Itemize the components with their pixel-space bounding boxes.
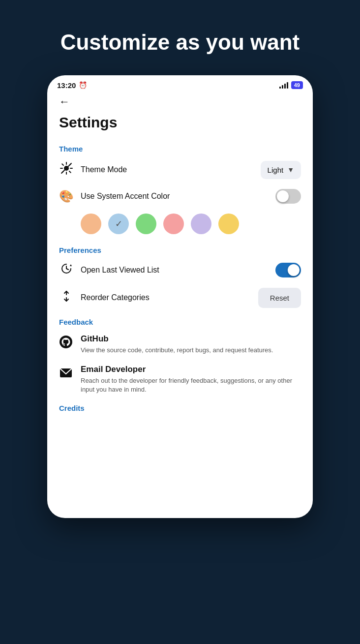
color-yellow[interactable] bbox=[218, 214, 239, 234]
system-accent-row: 🎨 Use System Accent Color bbox=[59, 189, 301, 204]
alarm-icon: ⏰ bbox=[79, 81, 87, 89]
reorder-categories-label: Reorder Categories bbox=[81, 293, 150, 302]
github-icon bbox=[59, 335, 73, 352]
theme-mode-dropdown[interactable]: Light ▼ bbox=[261, 161, 301, 179]
back-button[interactable]: ← bbox=[59, 95, 70, 108]
color-blue[interactable]: ✓ bbox=[108, 214, 129, 234]
color-circles: ✓ bbox=[59, 214, 301, 234]
system-accent-toggle[interactable] bbox=[275, 189, 301, 204]
phone-frame: 13:20 ⏰ 49 ← Settings Theme bbox=[47, 75, 313, 518]
theme-mode-icon bbox=[59, 162, 74, 178]
system-accent-label: Use System Accent Color bbox=[81, 192, 170, 201]
svg-line-6 bbox=[69, 171, 71, 173]
email-desc: Reach out to the developer for friendly … bbox=[81, 376, 301, 394]
preferences-section-header: Preferences bbox=[59, 246, 301, 254]
email-developer-item[interactable]: Email Developer Reach out to the develop… bbox=[59, 365, 301, 394]
open-last-viewed-row: Open Last Viewed List bbox=[59, 262, 301, 278]
reorder-categories-left: Reorder Categories bbox=[59, 290, 150, 306]
status-time: 13:20 bbox=[57, 81, 76, 90]
email-title: Email Developer bbox=[81, 365, 301, 374]
github-item[interactable]: GitHub View the source code, contribute,… bbox=[59, 334, 301, 355]
email-text-group: Email Developer Reach out to the develop… bbox=[81, 365, 301, 394]
history-icon bbox=[59, 262, 74, 278]
status-bar: 13:20 ⏰ 49 bbox=[47, 75, 313, 93]
color-green[interactable] bbox=[136, 214, 156, 234]
toggle-knob-on bbox=[288, 264, 300, 276]
phone-content: ← Settings Theme bbox=[47, 93, 313, 413]
reorder-icon bbox=[59, 290, 74, 306]
color-orange[interactable] bbox=[81, 214, 101, 234]
chevron-down-icon: ▼ bbox=[287, 166, 294, 174]
credits-section-header: Credits bbox=[59, 404, 301, 412]
toggle-knob bbox=[277, 190, 289, 202]
hero-title: Customize as you want bbox=[60, 30, 300, 56]
theme-mode-row: Theme Mode Light ▼ bbox=[59, 161, 301, 179]
open-last-viewed-left: Open Last Viewed List bbox=[59, 262, 159, 278]
battery-indicator: 49 bbox=[291, 81, 303, 89]
svg-line-5 bbox=[62, 164, 63, 166]
status-left: 13:20 ⏰ bbox=[57, 81, 87, 90]
github-desc: View the source code, contribute, report… bbox=[81, 346, 273, 355]
email-icon bbox=[59, 366, 73, 383]
signal-bars-icon bbox=[279, 82, 288, 89]
reset-button[interactable]: Reset bbox=[258, 288, 301, 308]
github-text-group: GitHub View the source code, contribute,… bbox=[81, 334, 273, 355]
system-accent-left: 🎨 Use System Accent Color bbox=[59, 189, 170, 203]
theme-mode-value: Light bbox=[268, 166, 284, 174]
theme-mode-left: Theme Mode bbox=[59, 162, 127, 178]
page-title: Settings bbox=[59, 114, 301, 131]
status-right: 49 bbox=[279, 81, 303, 89]
reorder-categories-row: Reorder Categories Reset bbox=[59, 288, 301, 308]
open-last-viewed-label: Open Last Viewed List bbox=[81, 266, 159, 275]
palette-icon: 🎨 bbox=[59, 189, 74, 203]
svg-point-14 bbox=[60, 336, 72, 348]
theme-mode-label: Theme Mode bbox=[81, 165, 127, 174]
theme-section-header: Theme bbox=[59, 145, 301, 153]
color-purple[interactable] bbox=[191, 214, 211, 234]
open-last-viewed-toggle[interactable] bbox=[275, 263, 301, 277]
svg-line-11 bbox=[66, 269, 68, 270]
feedback-section-header: Feedback bbox=[59, 318, 301, 326]
color-pink[interactable] bbox=[163, 214, 184, 234]
github-title: GitHub bbox=[81, 334, 273, 344]
